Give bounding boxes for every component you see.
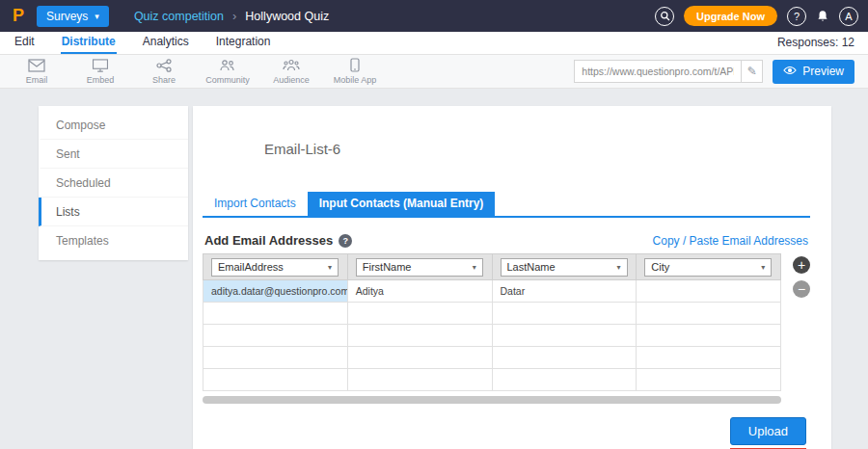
toolbar-item-audience[interactable]: Audience bbox=[268, 59, 314, 85]
tab-input-contacts-manual[interactable]: Input Contacts (Manual Entry) bbox=[308, 192, 496, 216]
survey-nav: Edit Distribute Analytics Integration Re… bbox=[0, 32, 868, 55]
toolbar-item-community[interactable]: Community bbox=[204, 59, 251, 85]
toolbar-item-email[interactable]: Email bbox=[14, 59, 60, 85]
row-controls: + − bbox=[793, 253, 810, 298]
cell-city[interactable] bbox=[637, 280, 781, 303]
survey-url-box: ✎ bbox=[574, 60, 763, 83]
share-icon bbox=[156, 59, 172, 74]
cell-lastname[interactable] bbox=[492, 325, 637, 347]
help-icon[interactable]: ? bbox=[787, 7, 806, 26]
upload-row: Upload bbox=[203, 417, 810, 449]
audience-icon bbox=[283, 59, 300, 74]
questionpro-logo-icon: P bbox=[10, 6, 27, 26]
community-icon bbox=[219, 59, 236, 74]
surveys-dropdown[interactable]: Surveys ▾ bbox=[37, 6, 109, 27]
section-help-icon[interactable]: ? bbox=[339, 234, 352, 248]
column-select-value: FirstName bbox=[363, 261, 412, 273]
cell-lastname[interactable] bbox=[492, 347, 637, 369]
sidebar-item-sent[interactable]: Sent bbox=[39, 140, 188, 169]
toolbar-item-label: Share bbox=[152, 75, 176, 85]
horizontal-scrollbar[interactable] bbox=[203, 396, 781, 404]
header-cell-city: City ▾ bbox=[637, 254, 781, 280]
table-row: aditya.datar@questionpro.com Aditya Data… bbox=[203, 280, 781, 303]
cell-email[interactable]: aditya.datar@questionpro.com bbox=[203, 280, 348, 303]
cell-city[interactable] bbox=[637, 369, 781, 391]
sidebar-item-compose[interactable]: Compose bbox=[39, 111, 188, 140]
contacts-table-area: EmailAddress ▾ FirstName ▾ bbox=[203, 253, 810, 404]
cell-firstname[interactable] bbox=[347, 369, 492, 391]
column-select-emailaddress[interactable]: EmailAddress ▾ bbox=[211, 258, 339, 277]
mobile-app-icon bbox=[350, 58, 360, 74]
contacts-tabs: Import Contacts Input Contacts (Manual E… bbox=[203, 192, 810, 218]
column-select-firstname[interactable]: FirstName ▾ bbox=[356, 258, 483, 277]
cell-email[interactable] bbox=[203, 369, 348, 391]
list-detail-panel: Email-List-6 Import Contacts Input Conta… bbox=[193, 106, 831, 449]
edit-url-icon[interactable]: ✎ bbox=[741, 61, 762, 82]
upgrade-now-label: Upgrade Now bbox=[696, 11, 765, 22]
top-bar: P Surveys ▾ Quiz competition › Hollywood… bbox=[0, 0, 868, 32]
email-icon bbox=[28, 59, 45, 74]
toolbar-item-share[interactable]: Share bbox=[141, 59, 187, 85]
cell-city[interactable] bbox=[637, 347, 781, 369]
cell-lastname[interactable]: Datar bbox=[492, 280, 637, 303]
table-header-row: EmailAddress ▾ FirstName ▾ bbox=[203, 254, 781, 280]
sidebar-item-lists[interactable]: Lists bbox=[39, 198, 188, 226]
add-emails-header-row: Add Email Addresses ? Copy / Paste Email… bbox=[204, 233, 808, 248]
breadcrumb-survey-name[interactable]: Quiz competition bbox=[134, 10, 224, 23]
avatar[interactable]: A bbox=[839, 7, 858, 26]
cell-firstname[interactable]: Aditya bbox=[347, 280, 492, 303]
breadcrumb: Quiz competition › Hollywood Quiz bbox=[134, 9, 329, 23]
sidebar-item-scheduled[interactable]: Scheduled bbox=[39, 169, 188, 198]
cell-email[interactable] bbox=[203, 303, 348, 325]
upload-button[interactable]: Upload bbox=[730, 417, 806, 445]
column-select-value: LastName bbox=[507, 261, 556, 273]
column-select-lastname[interactable]: LastName ▾ bbox=[501, 258, 628, 277]
cell-lastname[interactable] bbox=[492, 369, 637, 391]
column-select-value: EmailAddress bbox=[218, 261, 284, 273]
cell-email[interactable] bbox=[203, 325, 348, 347]
notifications-bell-icon[interactable] bbox=[816, 10, 829, 23]
toolbar-item-mobile-app[interactable]: Mobile App bbox=[332, 58, 378, 85]
nav-item-edit[interactable]: Edit bbox=[14, 33, 36, 54]
cell-firstname[interactable] bbox=[347, 303, 492, 325]
surveys-dropdown-label: Surveys bbox=[46, 10, 88, 23]
column-select-city[interactable]: City ▾ bbox=[644, 258, 772, 277]
nav-item-integration[interactable]: Integration bbox=[215, 33, 272, 54]
column-select-value: City bbox=[651, 261, 669, 273]
table-row bbox=[203, 347, 781, 369]
chevron-down-icon: ▾ bbox=[95, 12, 99, 21]
toolbar-right: ✎ Preview bbox=[574, 60, 854, 84]
topbar-actions: Upgrade Now ? A bbox=[655, 6, 858, 26]
header-cell-email: EmailAddress ▾ bbox=[203, 254, 348, 280]
upload-stack: Upload bbox=[730, 417, 806, 449]
sidebar-item-templates[interactable]: Templates bbox=[39, 226, 188, 255]
toolbar-item-embed[interactable]: Embed bbox=[77, 59, 123, 85]
cell-firstname[interactable] bbox=[347, 325, 492, 347]
cell-firstname[interactable] bbox=[347, 347, 492, 369]
breadcrumb-separator-icon: › bbox=[232, 9, 236, 23]
page-title: Email-List-6 bbox=[264, 141, 810, 157]
chevron-down-icon: ▾ bbox=[616, 263, 620, 272]
cell-lastname[interactable] bbox=[492, 303, 637, 325]
upgrade-now-button[interactable]: Upgrade Now bbox=[684, 6, 777, 26]
distribute-toolbar: Email Embed Share Community bbox=[0, 55, 868, 89]
email-sidebar: Compose Sent Scheduled Lists Templates bbox=[39, 106, 188, 260]
toolbar-item-label: Audience bbox=[273, 75, 310, 85]
cell-city[interactable] bbox=[637, 325, 781, 347]
embed-icon bbox=[92, 59, 109, 74]
preview-label: Preview bbox=[802, 65, 844, 78]
copy-paste-emails-link[interactable]: Copy / Paste Email Addresses bbox=[653, 234, 808, 248]
add-row-button[interactable]: + bbox=[793, 256, 810, 274]
preview-button[interactable]: Preview bbox=[773, 60, 854, 84]
nav-item-analytics[interactable]: Analytics bbox=[142, 33, 190, 54]
survey-url-input[interactable] bbox=[575, 61, 741, 82]
eye-icon bbox=[783, 65, 797, 78]
remove-row-button[interactable]: − bbox=[793, 280, 810, 298]
cell-city[interactable] bbox=[637, 303, 781, 325]
cell-email[interactable] bbox=[203, 347, 348, 369]
search-icon[interactable] bbox=[655, 7, 674, 26]
content-area: Compose Sent Scheduled Lists Templates E… bbox=[0, 89, 868, 449]
nav-item-distribute[interactable]: Distribute bbox=[61, 33, 117, 54]
contacts-table: EmailAddress ▾ FirstName ▾ bbox=[203, 253, 781, 391]
tab-import-contacts[interactable]: Import Contacts bbox=[203, 192, 308, 216]
